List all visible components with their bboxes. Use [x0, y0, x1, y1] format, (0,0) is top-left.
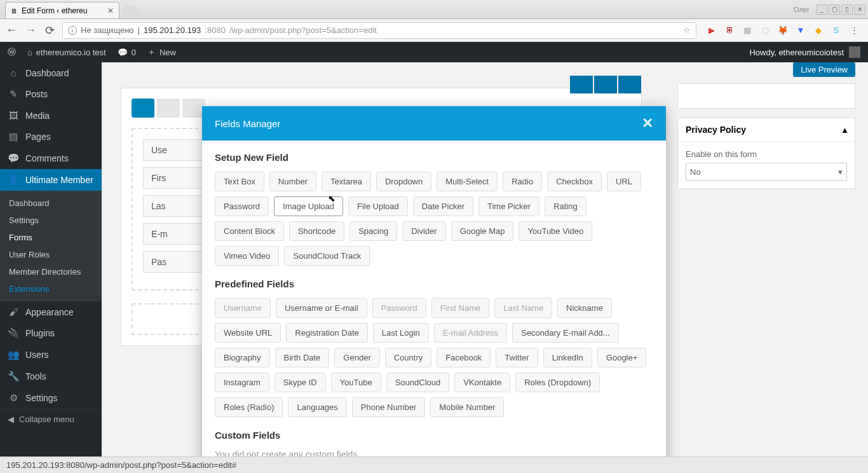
chrome-menu-icon[interactable]: ⋮ — [849, 25, 859, 36]
back-icon[interactable]: ← — [5, 24, 18, 37]
status-url: 195.201.20.193:8080/wp-admin/post.php?po… — [6, 460, 236, 470]
predef-field-vkontakte[interactable]: VKontakte — [454, 373, 510, 392]
predef-field-phone-number[interactable]: Phone Number — [352, 397, 425, 417]
insecure-label: Не защищено — [81, 25, 134, 35]
reload-icon[interactable]: ⟳ — [43, 24, 56, 38]
predef-field-last-login[interactable]: Last Login — [373, 323, 429, 343]
new-field-soundcloud-track[interactable]: SoundCloud Track — [284, 246, 370, 266]
predefined-fields-heading: Predefined Fields — [215, 278, 653, 289]
new-field-rating[interactable]: Rating — [545, 196, 587, 216]
extension-icons: ▶ ⛨ ▦ ◌ 🦊 ▼ ◆ S ⋮ — [703, 25, 863, 36]
new-field-google-map[interactable]: Google Map — [451, 221, 514, 241]
page-favicon-icon: 🗎 — [11, 7, 18, 15]
new-field-spacing[interactable]: Spacing — [349, 221, 397, 241]
predef-field-birth-date[interactable]: Birth Date — [275, 348, 330, 367]
new-field-divider[interactable]: Divider — [402, 221, 445, 241]
predef-field-last-name: Last Name — [494, 298, 552, 318]
browser-tab-strip: 🗎 Edit Form ‹ ethereu ✕ Олег _ ▢ ▯ ✕ — [0, 0, 868, 19]
new-field-number[interactable]: Number — [269, 172, 316, 191]
address-bar: ← → ⟳ i Не защищено | 195.201.20.193:808… — [0, 19, 868, 42]
ext-icon-6[interactable]: ▼ — [796, 25, 806, 36]
predef-field-country[interactable]: Country — [385, 348, 432, 367]
ext-icon-8[interactable]: S — [831, 25, 841, 36]
predef-field-roles-radio-[interactable]: Roles (Radio) — [215, 397, 283, 417]
new-field-text-box[interactable]: Text Box — [215, 172, 264, 191]
predef-field-secondary-e-mail-add-[interactable]: Secondary E-mail Add... — [512, 323, 618, 343]
new-field-multi-select[interactable]: Multi-Select — [437, 172, 498, 191]
browser-tab[interactable]: 🗎 Edit Form ‹ ethereu ✕ — [5, 2, 119, 18]
predef-field-mobile-number[interactable]: Mobile Number — [430, 397, 504, 417]
predef-field-gender[interactable]: Gender — [334, 348, 379, 367]
ext-icon-1[interactable]: ▶ — [707, 25, 717, 36]
new-field-url[interactable]: URL — [607, 172, 641, 191]
new-field-time-picker[interactable]: Time Picker — [478, 196, 539, 216]
ext-icon-2[interactable]: ⛨ — [724, 25, 735, 36]
new-field-vimeo-video[interactable]: Vimeo Video — [215, 246, 279, 266]
new-field-password[interactable]: Password — [215, 196, 269, 216]
predef-field-registration-date[interactable]: Registration Date — [286, 323, 367, 343]
predef-field-linkedin[interactable]: LinkedIn — [543, 348, 592, 367]
new-field-dropdown[interactable]: Dropdown — [376, 172, 431, 191]
new-field-youtube-video[interactable]: YouTube Video — [519, 221, 592, 241]
close-tab-icon[interactable]: ✕ — [107, 6, 114, 15]
modal-header: Fields Manager ✕ — [202, 106, 666, 141]
site-info-icon[interactable]: i — [68, 26, 77, 35]
new-field-shortcode[interactable]: Shortcode — [289, 221, 344, 241]
ext-icon-5[interactable]: 🦊 — [778, 25, 788, 36]
new-field-checkbox[interactable]: Checkbox — [547, 172, 602, 191]
new-tab-button[interactable] — [123, 6, 139, 18]
predef-field-instagram[interactable]: Instagram — [215, 373, 269, 392]
predef-field-password: Password — [372, 298, 426, 318]
predef-field-username-or-e-mail[interactable]: Username or E-mail — [276, 298, 367, 318]
predef-field-biography[interactable]: Biography — [215, 348, 270, 367]
maximize-vert-button[interactable]: ▯ — [841, 4, 853, 15]
predef-field-soundcloud[interactable]: SoundCloud — [386, 373, 450, 392]
status-bar: 195.201.20.193:8080/wp-admin/post.php?po… — [0, 456, 868, 473]
predef-field-first-name: First Name — [431, 298, 490, 318]
predef-field-youtube[interactable]: YouTube — [331, 373, 381, 392]
new-field-radio[interactable]: Radio — [503, 172, 542, 191]
tab-title: Edit Form ‹ ethereu — [22, 6, 104, 15]
new-field-file-upload[interactable]: File Upload — [348, 196, 408, 216]
predef-field-e-mail-address: E-mail Address — [434, 323, 507, 343]
ext-icon-7[interactable]: ◆ — [813, 25, 824, 36]
new-field-date-picker[interactable]: Date Picker — [413, 196, 473, 216]
predef-field-skype-id[interactable]: Skype ID — [275, 373, 326, 392]
modal-title: Fields Manager — [215, 118, 280, 129]
url-host: 195.201.20.193 — [144, 25, 201, 35]
ext-icon-4[interactable]: ◌ — [760, 25, 770, 36]
predef-field-languages[interactable]: Languages — [288, 397, 346, 417]
predef-field-website-url[interactable]: Website URL — [215, 323, 281, 343]
modal-close-icon[interactable]: ✕ — [642, 115, 653, 132]
predef-field-nickname[interactable]: Nickname — [557, 298, 612, 318]
forward-icon[interactable]: → — [24, 24, 37, 37]
bookmark-icon[interactable]: ☆ — [683, 25, 691, 35]
fields-manager-modal: Fields Manager ✕ Setup New Field Text Bo… — [202, 106, 666, 473]
modal-overlay: Fields Manager ✕ Setup New Field Text Bo… — [0, 42, 868, 456]
predef-field-google-[interactable]: Google+ — [597, 348, 647, 367]
predef-field-twitter[interactable]: Twitter — [496, 348, 538, 367]
ext-icon-3[interactable]: ▦ — [742, 25, 752, 36]
custom-fields-heading: Custom Fields — [215, 430, 653, 441]
minimize-button[interactable]: _ — [816, 4, 827, 15]
new-field-image-upload[interactable]: Image Upload — [274, 196, 343, 216]
new-field-textarea[interactable]: Textarea — [322, 172, 371, 191]
predef-field-username: Username — [215, 298, 271, 318]
maximize-button[interactable]: ▢ — [829, 4, 840, 15]
os-username: Олег — [794, 6, 810, 13]
new-field-content-block[interactable]: Content Block — [215, 221, 284, 241]
predef-field-facebook[interactable]: Facebook — [437, 348, 491, 367]
predef-field-roles-dropdown-[interactable]: Roles (Dropdown) — [515, 373, 600, 392]
url-input[interactable]: i Не защищено | 195.201.20.193:8080/wp-a… — [62, 22, 696, 39]
close-window-button[interactable]: ✕ — [854, 4, 865, 15]
setup-new-field-heading: Setup New Field — [215, 152, 653, 163]
